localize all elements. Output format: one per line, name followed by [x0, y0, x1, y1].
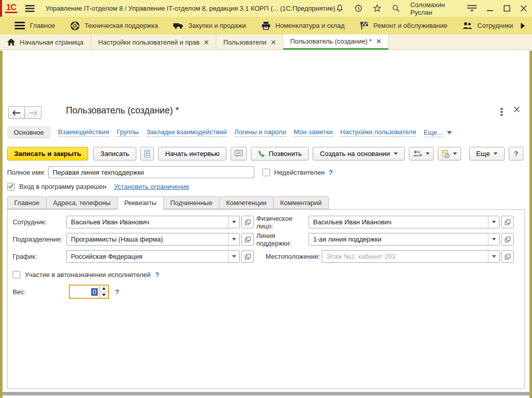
support-line-combo[interactable]: 1-ая линия поддержки	[309, 233, 500, 246]
full-name-input[interactable]	[48, 166, 254, 178]
form-more-menu-icon[interactable]	[501, 108, 503, 116]
main-menu-hamburger-icon[interactable]	[25, 5, 34, 12]
tab-home[interactable]: Начальная страница	[0, 34, 91, 50]
nav-link-groups[interactable]: Группы	[117, 128, 138, 137]
help-button[interactable]: ?	[509, 147, 523, 161]
more-label: Еще	[476, 150, 490, 157]
employee-combo[interactable]: Васильев Иван Иванович	[66, 216, 240, 228]
close-window-icon[interactable]	[520, 5, 527, 12]
section-repair-maintenance[interactable]: Ремонт и обслуживание	[352, 17, 455, 34]
employee-open-button[interactable]	[241, 216, 254, 228]
spinner-up-icon[interactable]	[100, 286, 108, 292]
flag-icon	[360, 21, 368, 30]
section-purchases-sales[interactable]: Закупки и продажи	[166, 17, 254, 34]
save-button[interactable]: Записать	[93, 147, 136, 161]
department-label: Подразделение:	[13, 235, 66, 243]
section-label: Техническая поддержка	[85, 22, 158, 29]
weight-help-icon[interactable]: ?	[115, 288, 119, 296]
nav-link-interaction-bookmarks[interactable]: Закладки взаимодействий	[146, 128, 227, 137]
document-clock-icon	[442, 150, 449, 158]
section-employees[interactable]: Сотрудники	[455, 17, 520, 34]
tab-competencies[interactable]: Компетенции	[219, 196, 274, 209]
spinner-down-icon[interactable]	[100, 292, 108, 298]
sidebar-hamburger-item[interactable]: Главное	[7, 17, 63, 34]
maximize-icon[interactable]	[504, 5, 510, 12]
window-frame-right	[529, 51, 532, 398]
nav-link-logins-passwords[interactable]: Логины и пароли	[235, 128, 286, 137]
dropdown-arrow-icon[interactable]	[488, 233, 499, 245]
minimize-icon[interactable]	[487, 5, 493, 12]
save-and-close-button[interactable]: Записать и закрыть	[7, 147, 88, 161]
page-title: Пользователь (создание) *	[66, 105, 179, 116]
window-frame-left	[0, 51, 3, 398]
person-open-button[interactable]	[501, 216, 514, 228]
person-label: Физическое лицо:	[256, 215, 309, 230]
location-combo[interactable]: Этаж №2, кабинет 203	[322, 250, 500, 263]
weight-value: 0	[91, 288, 98, 296]
schedule-open-button[interactable]	[241, 250, 254, 263]
tab-addresses-phones[interactable]: Адреса, телефоны	[46, 196, 118, 209]
tab-label: Пользователи	[223, 38, 267, 46]
truck-icon	[173, 22, 183, 29]
tab-main[interactable]: Главное	[7, 196, 47, 209]
favorites-star-icon[interactable]	[373, 4, 382, 13]
dropdown-arrow-icon[interactable]	[228, 233, 239, 245]
service-menu-icon[interactable]	[467, 5, 477, 12]
nav-link-interactions[interactable]: Взаимодействия	[58, 128, 109, 137]
history-icon[interactable]	[354, 4, 363, 13]
support-line-open-button[interactable]	[501, 233, 514, 246]
section-nomenclature-warehouse[interactable]: Номенклатура и склад	[254, 17, 352, 34]
invalid-checkbox[interactable]	[262, 169, 270, 176]
dropdown-arrow-icon[interactable]	[488, 216, 499, 228]
notifications-bell-icon[interactable]	[335, 4, 344, 13]
forward-button[interactable]	[25, 106, 42, 119]
tab-requisites-active[interactable]: Реквизиты	[117, 196, 164, 210]
section-tech-support[interactable]: Техническая поддержка	[63, 17, 166, 34]
add-user-dropdown-button[interactable]	[409, 147, 434, 161]
weight-spinner[interactable]: 0	[69, 285, 109, 299]
tab-user-rights-settings[interactable]: Настройки пользователей и прав	[91, 34, 216, 50]
window-title: Управление IT-отделом 8 / Управление IT-…	[46, 5, 335, 12]
tab-close-icon[interactable]	[271, 40, 276, 45]
schedule-combo[interactable]: Российская Федерация	[66, 250, 240, 263]
invalid-help-icon[interactable]: ?	[329, 169, 333, 176]
current-user-name[interactable]: Соломахин Руслан	[410, 1, 457, 16]
tab-comment[interactable]: Комментарий	[273, 196, 329, 209]
dropdown-arrow-icon[interactable]	[228, 251, 239, 262]
department-open-button[interactable]	[241, 233, 254, 246]
form-close-icon[interactable]	[514, 106, 520, 112]
tab-close-icon[interactable]	[376, 39, 381, 44]
person-combo[interactable]: Васильев Иван Иванович	[309, 216, 500, 228]
tab-users[interactable]: Пользователи	[216, 34, 283, 50]
more-button[interactable]: Еще	[469, 147, 505, 161]
home-icon	[7, 38, 15, 46]
auto-assign-checkbox[interactable]	[13, 271, 20, 278]
nav-link-main-active[interactable]: Основное	[7, 126, 51, 139]
login-allowed-checkbox[interactable]	[7, 183, 15, 190]
tab-label: Начальная страница	[20, 38, 84, 46]
tab-close-icon[interactable]	[204, 40, 209, 45]
auto-assign-help-icon[interactable]: ?	[155, 271, 159, 278]
tab-subordinates[interactable]: Подчиненные	[163, 196, 219, 209]
set-restriction-link[interactable]: Установить ограничение	[114, 183, 189, 190]
nav-link-my-notes[interactable]: Мои заметки	[294, 128, 333, 137]
nav-link-user-settings[interactable]: Настройки пользователя	[340, 128, 416, 137]
location-open-button[interactable]	[501, 250, 514, 263]
reread-stack-icon-button[interactable]	[140, 147, 154, 161]
create-based-on-button[interactable]: Создать на основании	[313, 147, 404, 161]
form-toolbar: Записать и закрыть Записать Начать интер…	[7, 147, 520, 161]
search-icon[interactable]	[392, 4, 400, 13]
application-window: 1С Управление IT-отделом 8 / Управление …	[0, 0, 532, 398]
open-icon	[245, 236, 251, 243]
document-schedule-dropdown-button[interactable]	[438, 147, 461, 161]
nav-link-more[interactable]: Еще...	[424, 129, 442, 137]
tab-user-create-active[interactable]: Пользователь (создание) *	[283, 34, 389, 50]
start-interview-button[interactable]: Начать интервью	[158, 147, 226, 161]
department-combo[interactable]: Программисты (Наша фирма)	[66, 233, 240, 246]
back-button[interactable]	[8, 106, 25, 119]
dropdown-arrow-icon[interactable]	[488, 251, 499, 262]
call-button[interactable]: Позвонить	[251, 147, 309, 161]
dropdown-arrow-icon[interactable]	[228, 216, 239, 228]
sections-overflow-arrow-icon[interactable]	[521, 23, 525, 29]
comment-icon-button[interactable]	[231, 147, 247, 161]
